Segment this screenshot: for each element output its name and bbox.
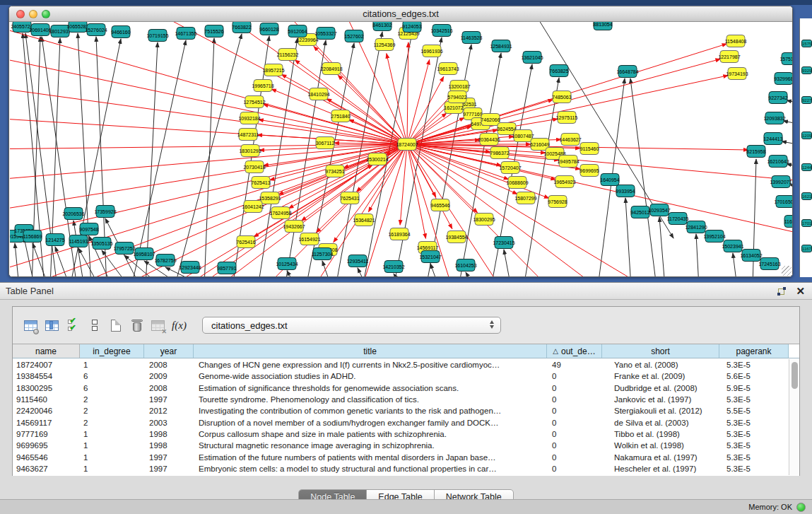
black-edge	[322, 261, 331, 277]
cell-out_degree: 0	[547, 441, 602, 450]
table-row[interactable]: 911546021997Tourette syndrome. Phenomeno…	[13, 394, 789, 405]
graph-node[interactable]: 12093	[801, 132, 812, 139]
table-settings-button[interactable]	[21, 316, 40, 335]
window-resize-grip[interactable]	[782, 266, 792, 276]
red-edge	[387, 54, 407, 144]
cell-out_degree: 0	[547, 465, 602, 473]
column-header-short[interactable]: short	[602, 344, 719, 358]
table-row[interactable]: 2242004622012Investigating the contribut…	[13, 405, 789, 416]
cell-short: Wolkin et al. (1998)	[602, 441, 719, 450]
graph-node-label: 12239964	[296, 37, 318, 42]
table-scrollbar[interactable]	[789, 359, 799, 475]
cell-in_degree: 2	[80, 407, 144, 415]
table-selector-dropdown[interactable]: citations_edges.txt	[202, 317, 501, 334]
column-header-year[interactable]: year	[144, 344, 194, 358]
network-window-titlebar[interactable]: citations_edges.txt	[9, 6, 792, 22]
graph-node-label: 18301293	[239, 148, 261, 153]
cell-title: Investigating the contribution of common…	[194, 407, 547, 415]
table-row[interactable]: 1872400712008Changes of HCN gene express…	[13, 359, 789, 370]
network-view-window[interactable]: citations_edges.txt 12239964211562321895…	[8, 6, 793, 277]
graph-node-label: 12935411	[347, 259, 369, 264]
graph-node-label: 7663825	[549, 69, 568, 74]
black-edge	[131, 40, 186, 277]
cell-out_degree: 0	[547, 407, 602, 415]
graph-node-label: 9227342	[768, 95, 787, 100]
graph-node[interactable]: 92273	[801, 96, 812, 104]
table-row[interactable]: 1456911722003Disruption of a novel membe…	[13, 416, 789, 428]
cell-title: Tourette syndrome. Phenomenology and cla…	[194, 395, 547, 404]
application-desktop: citations_edges.txt 12239964211562321895…	[0, 0, 812, 282]
table-row[interactable]: 1938455462009Genome-wide association stu…	[13, 370, 789, 382]
graph-node-label: 10688609	[506, 180, 528, 185]
graph-node-label: 14463627	[559, 137, 581, 142]
graph-node-label: 10807487	[512, 134, 534, 139]
trash-icon	[131, 320, 143, 332]
graph-node-label: 18724007	[396, 142, 418, 147]
function-builder-button[interactable]: f(x)	[170, 316, 189, 335]
graph-node-label: 12217987	[718, 54, 740, 59]
graph-node-label: 16154921	[298, 237, 320, 242]
graph-node-label: 16648784	[616, 69, 638, 74]
delete-column-button[interactable]	[127, 316, 146, 335]
table-row[interactable]: 977716911998Corpus callosum shape and si…	[13, 428, 789, 440]
cell-short: de Silva et al. (2003)	[602, 419, 719, 427]
graph-node-label: 17016504	[774, 199, 793, 204]
column-header-title[interactable]: title	[194, 344, 547, 358]
graph-node-label: 3067112	[316, 141, 335, 146]
network-canvas[interactable]: 1223996421156232189572151996571812754512…	[10, 22, 793, 277]
table-row[interactable]: 946362711997Embryonic stem cells: a mode…	[13, 463, 789, 474]
graph-node-label: 19432667	[283, 224, 305, 229]
clear-selection-button[interactable]	[85, 316, 104, 335]
graph-node[interactable]: 16210	[801, 192, 812, 200]
new-column-button[interactable]	[106, 316, 125, 335]
red-edge	[295, 60, 407, 144]
graph-node-label: 12841290	[685, 225, 707, 230]
graph-node-label: 9466160	[111, 30, 130, 35]
cell-pagerank: 5.3E-5	[719, 395, 789, 404]
table-panel-box: ✔ ✔ ✕ f(x) citations_edges.txt namein_de…	[12, 306, 800, 476]
graph-node[interactable]: 93299	[801, 66, 812, 74]
window-zoom-button[interactable]	[42, 10, 50, 18]
column-header-label: name	[35, 346, 57, 356]
graph-node[interactable]: 17016	[801, 219, 812, 227]
cell-in_degree: 2	[80, 419, 144, 427]
black-edge	[696, 234, 699, 277]
graph-node-label: 16782759	[154, 258, 176, 263]
graph-node[interactable]: 15751	[801, 40, 812, 47]
graph-node-label: 16210643	[767, 159, 789, 164]
column-header-in_degree[interactable]: in_degree	[80, 344, 144, 358]
cell-year: 1997	[144, 465, 194, 473]
cell-name: 9777169	[13, 430, 80, 438]
cell-pagerank: 5.3E-5	[719, 465, 789, 473]
column-header-pagerank[interactable]: pagerank	[719, 344, 789, 358]
table-row[interactable]: 969969511998Structural magnetic resonanc…	[13, 440, 789, 451]
cell-year: 1998	[144, 441, 194, 450]
window-close-button[interactable]	[16, 10, 25, 18]
graph-node-label: 16961936	[420, 49, 442, 54]
cell-in_degree: 1	[80, 441, 144, 450]
column-header-out_degree[interactable]: △out_de…	[547, 344, 602, 358]
column-header-name[interactable]: name	[13, 344, 80, 358]
table-row[interactable]: 1830029562008Estimation of significance …	[13, 382, 789, 394]
graph-node-label: 20364436	[478, 137, 500, 142]
table-row[interactable]: 946554611997Estimation of the future num…	[13, 451, 789, 462]
column-header-label: short	[651, 346, 670, 356]
graph-node-label: 7663822	[232, 25, 251, 30]
graph-node-label: 1527602	[344, 34, 363, 39]
black-edge	[630, 78, 657, 277]
select-column-button[interactable]	[42, 316, 61, 335]
window-minimize-button[interactable]	[29, 10, 37, 18]
close-panel-icon[interactable]: ✕	[796, 287, 805, 296]
graph-node-label: 19613743	[437, 66, 459, 71]
background-window-partial: 1575193299922731209312444162101701611675	[799, 18, 812, 277]
scrollbar-thumb[interactable]	[792, 362, 798, 389]
graph-node[interactable]: 12444	[801, 163, 812, 171]
graph-node-label: 15720407	[499, 165, 521, 170]
graph-node-label: 1167534	[784, 219, 793, 224]
select-all-button[interactable]: ✔ ✔	[64, 316, 83, 335]
graph-node[interactable]: 11675	[801, 245, 812, 252]
float-panel-icon[interactable]	[777, 287, 786, 296]
graph-node-label: 1244413	[763, 136, 782, 141]
graph-node-label: 15807299	[514, 196, 536, 201]
document-icon	[111, 320, 121, 332]
